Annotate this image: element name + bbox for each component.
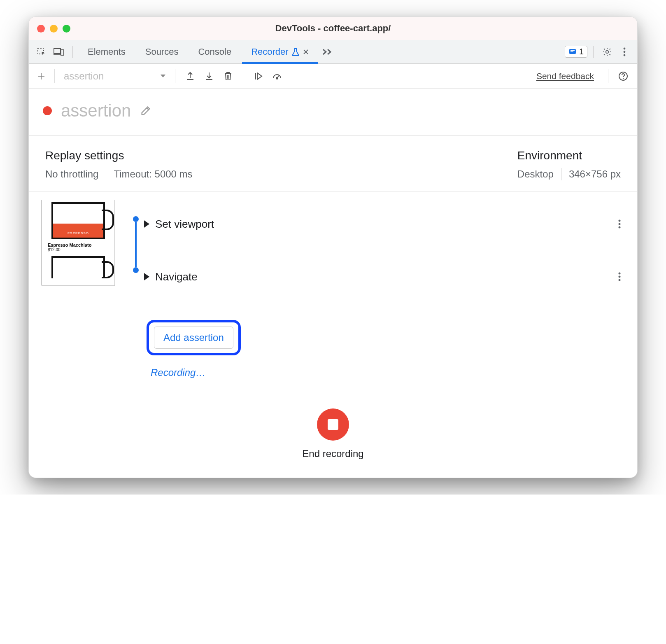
- svg-rect-2: [61, 50, 64, 55]
- devtools-window: DevTools - coffee-cart.app/ Elements Sou…: [28, 16, 638, 478]
- environment-viewport[interactable]: 346×756 px: [569, 168, 621, 180]
- separator: [54, 69, 55, 83]
- thumb-price: $12.00: [48, 247, 61, 252]
- recording-select-value: assertion: [64, 70, 104, 82]
- separator: [593, 46, 594, 58]
- separator: [175, 69, 175, 83]
- svg-rect-1: [54, 49, 61, 54]
- close-icon[interactable]: [303, 49, 309, 55]
- separator: [561, 168, 561, 180]
- recording-header: assertion: [29, 89, 637, 136]
- kebab-menu-icon[interactable]: [617, 44, 632, 60]
- edit-name-button[interactable]: [140, 105, 151, 117]
- svg-point-13: [623, 78, 624, 79]
- settings-icon[interactable]: [599, 44, 615, 60]
- coffee-cup-icon: ESPRESSO: [51, 202, 105, 239]
- svg-point-11: [276, 77, 278, 79]
- tab-label: Recorder: [251, 47, 288, 57]
- step-row[interactable]: Navigate: [144, 263, 625, 290]
- separator: [72, 46, 73, 58]
- expand-icon[interactable]: [144, 220, 149, 228]
- replay-settings-heading: Replay settings: [45, 149, 193, 162]
- svg-point-8: [624, 51, 626, 53]
- svg-point-17: [619, 273, 621, 275]
- end-recording-button[interactable]: [317, 408, 349, 441]
- step-label: Set viewport: [155, 218, 214, 231]
- inspect-icon[interactable]: [34, 44, 49, 60]
- window-title: DevTools - coffee-cart.app/: [29, 23, 637, 34]
- expand-icon[interactable]: [144, 273, 149, 280]
- main-tabbar: Elements Sources Console Recorder 1: [29, 40, 637, 64]
- svg-rect-10: [255, 73, 256, 79]
- screenshot-thumbnail[interactable]: ESPRESSO Espresso Macchiato $12.00: [41, 200, 115, 286]
- step-label: Navigate: [155, 271, 198, 283]
- recording-select[interactable]: assertion: [61, 70, 168, 82]
- step-row[interactable]: Set viewport: [144, 210, 625, 238]
- svg-point-7: [624, 47, 626, 49]
- throttling-value[interactable]: No throttling: [45, 168, 98, 180]
- svg-point-16: [619, 226, 621, 229]
- titlebar: DevTools - coffee-cart.app/: [29, 17, 637, 40]
- tab-recorder[interactable]: Recorder: [242, 40, 318, 63]
- footer: End recording: [29, 395, 637, 478]
- tab-label: Elements: [88, 47, 126, 57]
- environment-device[interactable]: Desktop: [517, 168, 554, 180]
- replay-icon[interactable]: [250, 68, 266, 84]
- stop-icon: [328, 419, 338, 430]
- add-assertion-highlight: Add assertion: [147, 320, 241, 355]
- export-icon[interactable]: [182, 68, 198, 84]
- coffee-cup-icon: [51, 256, 105, 278]
- device-toggle-icon[interactable]: [51, 44, 67, 60]
- timeline-line: [135, 222, 137, 267]
- timeline: [128, 200, 144, 273]
- svg-rect-5: [571, 51, 573, 52]
- step-menu-button[interactable]: [618, 272, 625, 282]
- svg-point-6: [606, 50, 608, 53]
- environment-settings: Environment Desktop 346×756 px: [517, 149, 621, 180]
- step-menu-button[interactable]: [618, 219, 625, 229]
- chevron-down-icon: [160, 74, 166, 78]
- recording-status: Recording…: [151, 367, 625, 378]
- timeline-dot: [133, 267, 139, 273]
- tab-elements[interactable]: Elements: [79, 40, 135, 63]
- environment-heading: Environment: [517, 149, 621, 162]
- timeout-value[interactable]: Timeout: 5000 ms: [114, 168, 192, 180]
- tab-label: Console: [198, 47, 231, 57]
- recording-name: assertion: [61, 101, 131, 121]
- svg-rect-4: [571, 50, 575, 51]
- new-recording-button[interactable]: [35, 70, 48, 83]
- end-recording-label: End recording: [302, 448, 363, 460]
- tab-label: Sources: [145, 47, 179, 57]
- thumb-caption: Espresso Macchiato: [48, 243, 91, 247]
- separator: [243, 69, 243, 83]
- svg-point-15: [619, 223, 621, 225]
- separator: [106, 168, 106, 180]
- flask-icon: [292, 48, 299, 56]
- svg-point-9: [624, 54, 626, 56]
- recorder-toolbar: assertion Send feedback: [29, 64, 637, 89]
- svg-point-19: [619, 279, 621, 281]
- import-icon[interactable]: [201, 68, 217, 84]
- tab-sources[interactable]: Sources: [136, 40, 188, 63]
- record-indicator-icon: [43, 106, 52, 115]
- separator: [608, 69, 608, 83]
- steps-panel: ESPRESSO Espresso Macchiato $12.00 Set v…: [29, 191, 637, 395]
- svg-point-18: [619, 276, 621, 278]
- step-list: Set viewport Navigate Add: [144, 200, 625, 378]
- svg-point-14: [619, 220, 621, 222]
- delete-icon[interactable]: [220, 68, 236, 84]
- settings-row: Replay settings No throttling Timeout: 5…: [29, 136, 637, 191]
- issues-badge[interactable]: 1: [565, 46, 587, 58]
- replay-settings: Replay settings No throttling Timeout: 5…: [45, 149, 193, 180]
- help-icon[interactable]: [615, 68, 631, 84]
- tab-console[interactable]: Console: [189, 40, 240, 63]
- performance-icon[interactable]: [269, 68, 285, 84]
- add-assertion-button[interactable]: Add assertion: [154, 327, 233, 349]
- issues-count: 1: [579, 47, 584, 56]
- more-tabs-icon[interactable]: [320, 44, 335, 60]
- timeline-dot: [133, 216, 139, 222]
- send-feedback-link[interactable]: Send feedback: [536, 71, 594, 81]
- issues-icon: [568, 48, 577, 56]
- cup-label: ESPRESSO: [53, 231, 103, 235]
